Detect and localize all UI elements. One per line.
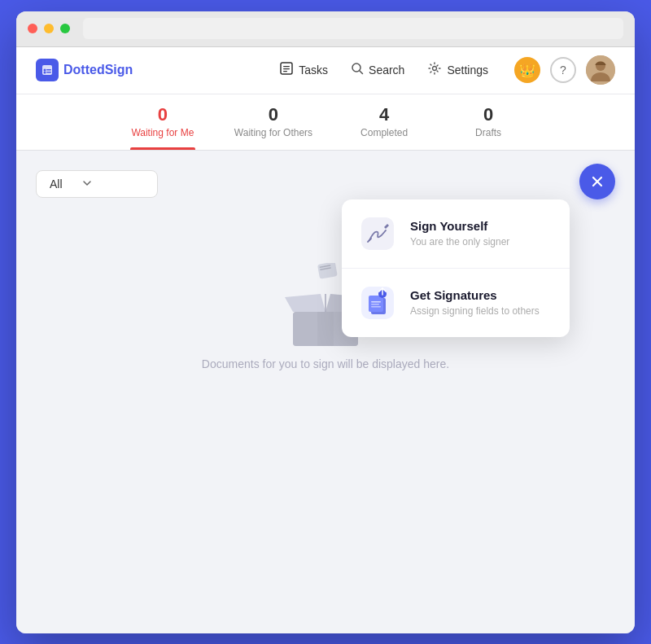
filter-dropdown[interactable]: All: [36, 170, 158, 198]
svg-rect-31: [317, 312, 334, 346]
sign-yourself-title: Sign Yourself: [410, 219, 553, 233]
svg-rect-8: [283, 71, 287, 72]
tasks-icon: [279, 61, 294, 79]
svg-point-1: [44, 69, 46, 72]
svg-rect-7: [283, 68, 290, 69]
logo-icon: [36, 59, 59, 81]
tab-count-completed: 4: [379, 106, 389, 124]
logo: DottedSign: [36, 59, 133, 81]
tab-label-waiting-others: Waiting for Others: [234, 127, 312, 138]
tab-count-drafts: 0: [483, 106, 493, 124]
filter-row: All: [36, 170, 615, 198]
crown-badge[interactable]: 👑: [514, 57, 540, 83]
empty-state-message: Documents for you to sign will be displa…: [202, 357, 449, 370]
get-signatures-title: Get Signatures: [410, 288, 553, 302]
svg-rect-6: [283, 66, 290, 67]
settings-nav-item[interactable]: Settings: [427, 61, 488, 79]
tab-label-completed: Completed: [360, 127, 408, 138]
tab-completed[interactable]: 4 Completed: [352, 106, 417, 150]
get-signatures-option[interactable]: Get Signatures Assign signing fields to …: [342, 269, 570, 337]
title-bar: [16, 11, 635, 47]
get-signatures-subtitle: Assign signing fields to others: [410, 305, 553, 317]
search-nav-item[interactable]: Search: [351, 62, 404, 78]
tab-label-drafts: Drafts: [475, 127, 501, 138]
top-nav: DottedSign Tasks: [16, 47, 635, 94]
maximize-button[interactable]: [60, 24, 70, 33]
avatar[interactable]: [586, 55, 615, 85]
address-bar: [83, 18, 623, 39]
get-signatures-icon: [358, 283, 397, 322]
tab-count-waiting-others: 0: [269, 106, 278, 124]
sign-yourself-subtitle: You are the only signer: [410, 236, 553, 248]
logo-accent: Sign: [105, 63, 133, 77]
sign-yourself-option[interactable]: Sign Yourself You are the only signer: [342, 199, 570, 269]
logo-plain: Dotted: [63, 63, 105, 77]
settings-label: Settings: [447, 64, 488, 77]
tab-drafts[interactable]: 0 Drafts: [456, 106, 521, 150]
svg-rect-2: [46, 69, 51, 71]
app-frame: DottedSign Tasks: [16, 11, 635, 633]
help-button[interactable]: ?: [550, 57, 576, 83]
svg-point-11: [433, 67, 437, 71]
sign-yourself-text: Sign Yourself You are the only signer: [410, 219, 553, 248]
tab-count-waiting-me: 0: [158, 106, 168, 124]
app-window: DottedSign Tasks: [16, 47, 635, 633]
popup-menu: Sign Yourself You are the only signer: [342, 199, 570, 337]
search-label: Search: [369, 64, 404, 77]
tab-label-waiting-me: Waiting for Me: [131, 127, 194, 138]
minimize-button[interactable]: [44, 24, 54, 33]
tab-bar: 0 Waiting for Me 0 Waiting for Others 4 …: [16, 94, 635, 151]
tab-waiting-me[interactable]: 0 Waiting for Me: [130, 106, 195, 150]
main-content: All: [16, 151, 635, 607]
tasks-label: Tasks: [299, 64, 328, 77]
svg-rect-23: [371, 304, 379, 305]
chevron-down-icon: [82, 177, 92, 191]
fab-close-button[interactable]: [579, 164, 615, 199]
tasks-nav-item[interactable]: Tasks: [279, 61, 328, 79]
svg-rect-22: [371, 301, 381, 303]
svg-point-3: [44, 72, 46, 74]
tab-waiting-others[interactable]: 0 Waiting for Others: [234, 106, 312, 150]
tab-active-indicator: [130, 147, 195, 150]
sign-yourself-icon: [358, 214, 397, 253]
filter-value: All: [50, 177, 63, 191]
logo-text: DottedSign: [63, 63, 133, 77]
close-button[interactable]: [28, 24, 37, 33]
settings-icon: [427, 61, 442, 79]
nav-right: 👑 ?: [514, 55, 615, 85]
get-signatures-text: Get Signatures Assign signing fields to …: [410, 288, 553, 317]
svg-line-10: [360, 71, 363, 74]
svg-rect-4: [46, 72, 51, 73]
nav-items: Tasks Search: [279, 61, 488, 79]
search-icon: [351, 62, 364, 78]
svg-rect-24: [371, 306, 381, 308]
